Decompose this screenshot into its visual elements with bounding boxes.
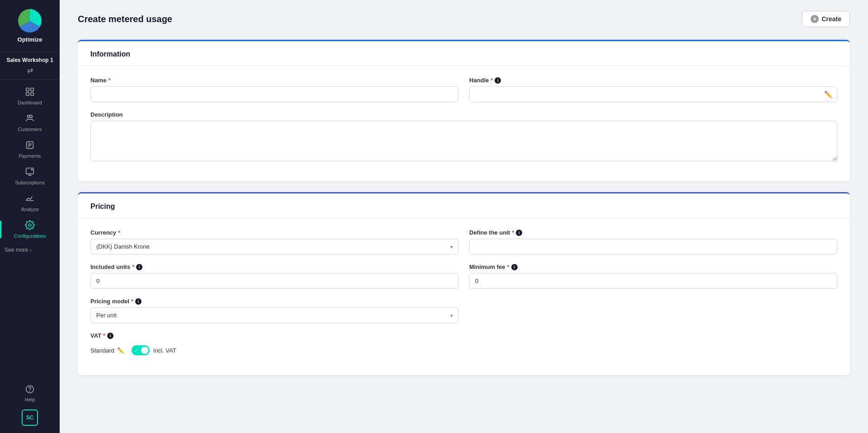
vat-toggle[interactable]: ✓ xyxy=(132,345,150,355)
svg-rect-2 xyxy=(26,93,29,95)
customers-icon xyxy=(25,113,35,125)
configurations-label: Configurations xyxy=(14,233,46,239)
pricing-model-select[interactable]: Per unit Volume Tiered Stair step xyxy=(90,307,458,323)
analyze-icon xyxy=(25,193,35,205)
vat-label: VAT * i xyxy=(90,332,837,339)
currency-unit-row: Currency * (DKK) Danish Krone (USD) US D… xyxy=(90,229,837,254)
pricing-model-spacer xyxy=(469,298,837,323)
minimum-fee-info-icon[interactable]: i xyxy=(511,264,518,270)
dashboard-icon xyxy=(25,87,35,98)
see-more-label: See more xyxy=(5,247,28,253)
information-card-header: Information xyxy=(78,41,850,66)
svg-point-11 xyxy=(31,169,33,171)
units-fee-row: Included units * i Minimum fee * i xyxy=(90,264,837,289)
help-icon xyxy=(25,384,35,395)
handle-required: * xyxy=(491,77,493,84)
see-more-button[interactable]: See more › xyxy=(0,243,60,257)
minimum-fee-input[interactable] xyxy=(469,273,837,289)
help-button[interactable]: Help xyxy=(0,381,60,406)
configurations-icon xyxy=(25,220,35,231)
currency-group: Currency * (DKK) Danish Krone (USD) US D… xyxy=(90,229,458,254)
name-group: Name * xyxy=(90,77,458,102)
help-label: Help xyxy=(25,397,35,402)
svg-point-5 xyxy=(30,115,33,118)
pricing-card-title: Pricing xyxy=(90,202,115,210)
define-unit-group: Define the unit * i xyxy=(469,229,837,254)
name-input[interactable] xyxy=(90,86,458,102)
description-label: Description xyxy=(90,111,837,118)
vat-group: VAT * i Standard ✏️ ✓ Incl. xyxy=(90,332,837,355)
payments-label: Payments xyxy=(19,153,41,159)
included-units-group: Included units * i xyxy=(90,264,458,289)
sidebar-item-configurations[interactable]: Configurations xyxy=(0,216,60,242)
included-units-input[interactable] xyxy=(90,273,458,289)
description-group: Description xyxy=(90,111,837,161)
svg-rect-1 xyxy=(31,88,33,91)
included-units-label: Included units * i xyxy=(90,264,458,270)
pricing-model-group: Pricing model * i Per unit Volume Tiered… xyxy=(90,298,458,323)
description-input[interactable] xyxy=(90,121,837,161)
vat-standard-label: Standard ✏️ xyxy=(90,347,124,354)
information-card: Information Name * Handle * i xyxy=(78,40,850,181)
name-label: Name * xyxy=(90,77,458,84)
user-avatar[interactable]: SC xyxy=(22,409,38,426)
included-units-required: * xyxy=(132,264,134,270)
define-unit-required: * xyxy=(512,229,514,236)
svg-rect-3 xyxy=(31,93,33,95)
pricing-card: Pricing Currency * (DKK) Danish Krone (U… xyxy=(78,192,850,375)
handle-label: Handle * i xyxy=(469,77,837,84)
pricing-model-row: Pricing model * i Per unit Volume Tiered… xyxy=(90,298,837,323)
minimum-fee-required: * xyxy=(507,264,509,270)
pricing-model-label: Pricing model * i xyxy=(90,298,458,305)
vat-toggle-switch[interactable]: ✓ Incl. VAT xyxy=(132,345,176,355)
nav-items: Dashboard Customers Payments Subscriptio… xyxy=(0,83,60,257)
subscriptions-label: Subscriptions xyxy=(15,180,45,185)
chevron-right-icon: › xyxy=(30,247,32,253)
create-button[interactable]: + Create xyxy=(802,11,850,27)
page-header: Create metered usage + Create xyxy=(78,11,850,27)
sidebar-item-customers[interactable]: Customers xyxy=(0,110,60,136)
description-row: Description xyxy=(90,111,837,161)
currency-label: Currency * xyxy=(90,229,458,236)
pricing-model-info-icon[interactable]: i xyxy=(135,298,142,305)
currency-select-wrapper: (DKK) Danish Krone (USD) US Dollar (EUR)… xyxy=(90,239,458,254)
dashboard-label: Dashboard xyxy=(18,100,42,105)
sidebar-item-payments[interactable]: Payments xyxy=(0,136,60,162)
create-button-label: Create xyxy=(821,15,841,23)
define-unit-info-icon[interactable]: i xyxy=(516,230,522,236)
define-unit-input[interactable] xyxy=(469,239,837,254)
incl-vat-label: Incl. VAT xyxy=(153,347,176,354)
sidebar-item-subscriptions[interactable]: Subscriptions xyxy=(0,163,60,189)
name-handle-row: Name * Handle * i ✏️ xyxy=(90,77,837,102)
payments-icon xyxy=(25,140,35,151)
svg-rect-0 xyxy=(26,88,29,91)
handle-edit-icon[interactable]: ✏️ xyxy=(824,90,833,99)
analyze-label: Analyze xyxy=(21,207,38,212)
subscriptions-icon xyxy=(25,167,35,178)
handle-input[interactable] xyxy=(469,86,837,102)
minimum-fee-label: Minimum fee * i xyxy=(469,264,837,270)
svg-point-13 xyxy=(28,224,31,226)
toggle-check-icon: ✓ xyxy=(134,348,138,353)
currency-select[interactable]: (DKK) Danish Krone (USD) US Dollar (EUR)… xyxy=(90,239,458,254)
workspace-section: Sales Workshop 1 ⇄ xyxy=(0,52,60,80)
handle-info-icon[interactable]: i xyxy=(495,77,501,84)
currency-required: * xyxy=(118,229,120,236)
handle-input-wrapper: ✏️ xyxy=(469,86,837,102)
pricing-card-body: Currency * (DKK) Danish Krone (USD) US D… xyxy=(78,218,850,375)
swap-icon[interactable]: ⇄ xyxy=(27,66,33,75)
svg-rect-10 xyxy=(26,168,34,174)
sidebar-item-analyze[interactable]: Analyze xyxy=(0,190,60,216)
app-name: Optimize xyxy=(18,36,42,43)
sidebar: Optimize Sales Workshop 1 ⇄ Dashboard Cu… xyxy=(0,0,60,433)
included-units-info-icon[interactable]: i xyxy=(136,264,142,270)
vat-info-icon[interactable]: i xyxy=(107,333,113,339)
workspace-name: Sales Workshop 1 xyxy=(6,57,53,63)
vat-edit-icon[interactable]: ✏️ xyxy=(117,347,124,354)
app-logo xyxy=(18,9,42,33)
vat-required: * xyxy=(103,332,105,339)
sidebar-item-dashboard[interactable]: Dashboard xyxy=(0,83,60,109)
vat-controls: Standard ✏️ ✓ Incl. VAT xyxy=(90,345,837,355)
vat-row-container: VAT * i Standard ✏️ ✓ Incl. xyxy=(90,332,837,355)
pricing-model-required: * xyxy=(131,298,133,305)
